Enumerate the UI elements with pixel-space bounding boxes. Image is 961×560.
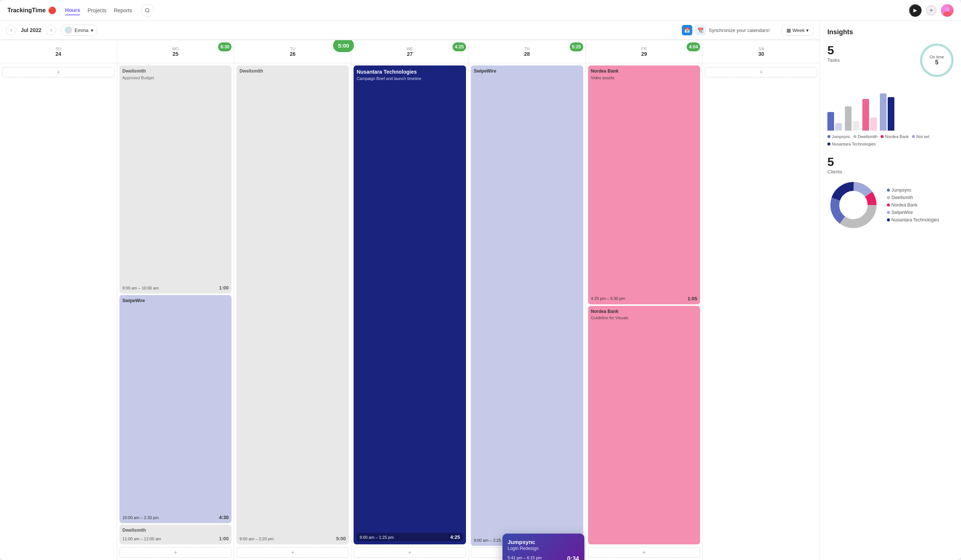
day-name-su: SU xyxy=(55,47,61,51)
day-content-sa: + xyxy=(703,63,820,560)
fr-badge: 4:04 xyxy=(687,42,700,51)
event-time: 4:25 pm – 5:30 pm 1:05 xyxy=(591,294,697,302)
day-name-sa: SA xyxy=(759,47,764,51)
clients-label-nusantara: Nusantara Technologies xyxy=(891,217,939,223)
event-subtitle: Approved Budget xyxy=(122,75,229,80)
calendar-icon-1: 📅 xyxy=(682,25,692,35)
day-col-sa: SA 30 + xyxy=(703,40,820,560)
day-content-mo: Dwellsmith Approved Budget 9:00 am – 10:… xyxy=(117,63,234,560)
event-time: 9:00 am – 2:20 pm 5:00 xyxy=(239,534,346,541)
day-header-we: WE 27 4:25 xyxy=(351,40,468,63)
event-title: SwipeWire xyxy=(122,298,229,304)
add-event-mo[interactable]: + xyxy=(119,547,232,558)
user-dropdown-icon: ▾ xyxy=(91,27,93,33)
legend-dwellsmith: Dwellsmith xyxy=(853,134,877,139)
legend-label-notset: Not set xyxy=(916,134,929,139)
legend-dot-dwellsmith xyxy=(853,135,857,138)
add-event-su[interactable]: + xyxy=(2,67,115,77)
event-title: Nordea Bank xyxy=(591,69,697,74)
legend-jumpsync: Jumpsync xyxy=(828,134,850,139)
day-name-tu: TU xyxy=(290,47,296,51)
event-subtitle: Guideline for Visuals xyxy=(591,315,697,320)
bar-notset2 xyxy=(888,97,894,131)
bar-chart: Jumpsync Dwellsmith Nordea Bank Not set xyxy=(828,86,953,146)
event-swipewire-th[interactable]: SwipeWire 9:00 am – 2:25 pm 5:25 xyxy=(471,66,583,546)
bar-nordea xyxy=(862,99,869,131)
nav-projects[interactable]: Projects xyxy=(87,6,106,15)
event-nusantara[interactable]: Nusantara Technologies Campaign Brief an… xyxy=(354,66,466,544)
jumpsync-time: 5:41 pm – 6:15 pm 0:34 xyxy=(508,555,579,560)
logo: TrackingTime 🔴 xyxy=(8,6,56,14)
event-duration: 1:05 xyxy=(688,296,697,302)
day-content-tu: Dwellsmith 9:00 am – 2:20 pm 5:00 + xyxy=(234,63,351,560)
sync-banner[interactable]: 📅 📆 Synchronize your calendars! xyxy=(682,25,770,35)
event-duration: 4:25 xyxy=(450,534,460,540)
next-month-button[interactable]: › xyxy=(46,25,56,35)
svg-line-1 xyxy=(148,11,149,12)
calendar-area: ‹ Jul 2022 › Emma ▾ 📅 📆 Synchronize your… xyxy=(0,21,820,560)
nav-links: Hours Projects Reports xyxy=(65,6,132,15)
event-subtitle: Video assets xyxy=(591,75,697,80)
legend-nordea: Nordea Bank xyxy=(881,134,909,139)
event-nordea-1[interactable]: Nordea Bank Video assets 4:25 pm – 5:30 … xyxy=(588,66,701,304)
prev-month-button[interactable]: ‹ xyxy=(6,25,16,35)
event-time: 11:00 am – 12:00 am 1:00 xyxy=(122,534,229,541)
mo-badge: 6:30 xyxy=(218,42,231,51)
search-button[interactable] xyxy=(141,4,154,17)
event-swipewire-mo[interactable]: SwipeWire 10:00 am – 2:30 pm 4:30 xyxy=(119,295,232,523)
on-time-circle: On time 5 xyxy=(920,43,953,77)
play-timer-button[interactable]: ▶ xyxy=(909,4,922,17)
event-time-range: 9:00 am – 1:25 pm xyxy=(360,535,394,539)
day-header-su: SU 24 xyxy=(0,40,117,63)
event-title: Nordea Bank xyxy=(591,309,697,315)
clients-label-swipewire: SwipeWire xyxy=(891,210,913,215)
legend-label-nusantara: Nusantara Technologies xyxy=(832,142,876,146)
day-header-fr: FR 29 4:04 xyxy=(586,40,703,63)
week-view-button[interactable]: ▦ Week ▾ xyxy=(782,25,814,36)
legend-label-nordea: Nordea Bank xyxy=(885,134,909,139)
clients-label: Clients xyxy=(828,169,953,175)
bar-chart-inner xyxy=(828,86,953,131)
user-pill[interactable]: Emma ▾ xyxy=(61,24,98,36)
jumpsync-time-range: 5:41 pm – 6:15 pm xyxy=(508,555,542,560)
tasks-row: 5 Tasks On time 5 xyxy=(828,43,953,77)
calendar-icon-2: 📆 xyxy=(695,25,705,35)
user-avatar[interactable] xyxy=(941,4,953,17)
day-content-fr: Nordea Bank Video assets 4:25 pm – 5:30 … xyxy=(586,63,703,560)
tu-timer-badge: 5:00 xyxy=(333,40,354,52)
legend-label-dwellsmith: Dwellsmith xyxy=(858,134,877,139)
bar-group-nordea xyxy=(862,99,877,131)
clients-label-dwellsmith: Dwellsmith xyxy=(891,195,913,200)
legend-label-jumpsync: Jumpsync xyxy=(832,134,850,139)
bar-group-jumpsync xyxy=(828,112,842,131)
add-event-sa[interactable]: + xyxy=(705,67,817,77)
event-title: Nusantara Technologies xyxy=(357,69,463,75)
add-event-we[interactable]: + xyxy=(354,547,466,558)
day-col-th: TH 28 5:25 SwipeWire 9:00 am – 2:25 pm 5… xyxy=(469,40,586,560)
legend-nusantara: Nusantara Technologies xyxy=(828,142,876,146)
bar-dwellsmith xyxy=(845,106,852,131)
add-event-tu[interactable]: + xyxy=(236,547,349,558)
logo-text: TrackingTime xyxy=(8,7,46,14)
add-button[interactable]: + xyxy=(926,5,937,16)
day-col-mo: MO 25 6:30 Dwellsmith Approved Budget 9:… xyxy=(117,40,235,560)
clients-row: Jumpsync Dwellsmith Nordea Bank Swi xyxy=(828,179,953,231)
day-num-tu: 26 xyxy=(290,51,296,57)
week-label: Week xyxy=(792,27,805,33)
day-header-th: TH 28 5:25 xyxy=(469,40,585,63)
add-event-fr[interactable]: + xyxy=(588,547,701,558)
event-time: 10:00 am – 2:30 pm 4:30 xyxy=(122,512,229,520)
we-badge: 4:25 xyxy=(453,42,466,51)
bar-group-dwellsmith xyxy=(845,106,860,131)
event-nordea-2[interactable]: Nordea Bank Guideline for Visuals xyxy=(588,306,701,545)
main-layout: ‹ Jul 2022 › Emma ▾ 📅 📆 Synchronize your… xyxy=(0,21,961,560)
nav-hours[interactable]: Hours xyxy=(65,6,80,15)
event-dwellsmith-tu[interactable]: Dwellsmith 9:00 am – 2:20 pm 5:00 xyxy=(236,66,349,544)
clients-dot-nordea xyxy=(887,204,890,207)
event-dwellsmith-mo2[interactable]: Dwellsmith 11:00 am – 12:00 am 1:00 xyxy=(119,525,232,544)
clients-legend-dwellsmith: Dwellsmith xyxy=(887,195,939,200)
calendar-grid: SU 24 + MO 25 6:30 xyxy=(0,40,820,560)
jumpsync-tooltip-card[interactable]: Jumpsync Login Redesign 5:41 pm – 6:15 p… xyxy=(503,534,584,560)
nav-reports[interactable]: Reports xyxy=(114,6,132,15)
event-dwellsmith-mo[interactable]: Dwellsmith Approved Budget 9:00 am – 10:… xyxy=(119,66,232,294)
